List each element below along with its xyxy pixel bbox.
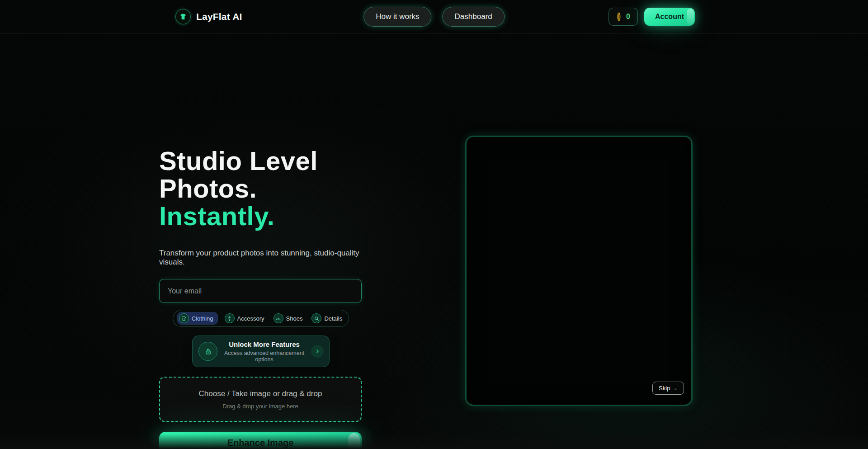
skip-button[interactable]: Skip → xyxy=(652,382,684,395)
unlock-title: Unlock More Features xyxy=(223,340,306,348)
category-tabs: Clothing Accessory Shoes xyxy=(173,310,349,327)
unlock-text: Unlock More Features Access advanced enh… xyxy=(223,340,306,363)
shoe-icon xyxy=(274,313,283,323)
brand[interactable]: LayFlat AI xyxy=(175,9,242,24)
unlock-features-card[interactable]: Unlock More Features Access advanced enh… xyxy=(192,336,330,367)
tab-details[interactable]: Details xyxy=(310,312,344,324)
accessory-icon xyxy=(225,313,235,323)
category-tabs-row: Clothing Accessory Shoes xyxy=(159,310,363,327)
page-title: Studio Level Photos. Instantly. xyxy=(159,147,363,230)
hero-section: Studio Level Photos. Instantly. Transfor… xyxy=(159,147,363,449)
email-input[interactable] xyxy=(159,279,362,303)
header-right: 0 Account xyxy=(609,8,695,26)
tab-accessory[interactable]: Accessory xyxy=(223,312,266,324)
dropzone-title: Choose / Take image or drag & drop xyxy=(199,389,322,398)
page-background xyxy=(0,0,868,449)
credits-counter[interactable]: 0 xyxy=(609,8,638,26)
tab-shoes[interactable]: Shoes xyxy=(272,312,305,324)
account-button-shine xyxy=(687,9,694,25)
tab-accessory-label: Accessory xyxy=(237,315,264,322)
hero-subtitle: Transform your product photos into stunn… xyxy=(159,249,363,267)
hero-title-line2: Photos. xyxy=(159,174,257,203)
tshirt-icon xyxy=(179,313,189,323)
credits-count: 0 xyxy=(626,13,630,21)
account-button-label: Account xyxy=(655,13,684,20)
magnifier-icon xyxy=(311,313,321,323)
how-it-works-button[interactable]: How it works xyxy=(363,7,431,27)
dropzone-subtitle: Drag & drop your image here xyxy=(222,403,298,410)
tab-clothing-label: Clothing xyxy=(192,315,213,322)
image-dropzone[interactable]: Choose / Take image or drag & drop Drag … xyxy=(159,377,362,422)
dashboard-button[interactable]: Dashboard xyxy=(443,7,505,27)
tshirt-logo-icon xyxy=(175,9,191,24)
coin-icon xyxy=(616,12,622,22)
account-button[interactable]: Account xyxy=(644,8,695,26)
tab-clothing[interactable]: Clothing xyxy=(178,312,217,324)
top-nav-bar: LayFlat AI How it works Dashboard 0 Acco… xyxy=(0,0,868,33)
center-nav: How it works Dashboard xyxy=(363,7,505,27)
hero-title-accent: Instantly. xyxy=(159,201,274,231)
unlock-subtitle: Access advanced enhancement options xyxy=(223,350,306,363)
chevron-right-icon xyxy=(311,345,324,358)
brand-name: LayFlat AI xyxy=(196,11,242,22)
tab-details-label: Details xyxy=(324,315,342,322)
hero-title-line1: Studio Level xyxy=(159,146,318,175)
image-preview-panel: Skip → xyxy=(465,136,693,406)
tab-shoes-label: Shoes xyxy=(286,315,303,322)
lock-icon xyxy=(198,342,217,361)
footer-band xyxy=(0,434,868,449)
